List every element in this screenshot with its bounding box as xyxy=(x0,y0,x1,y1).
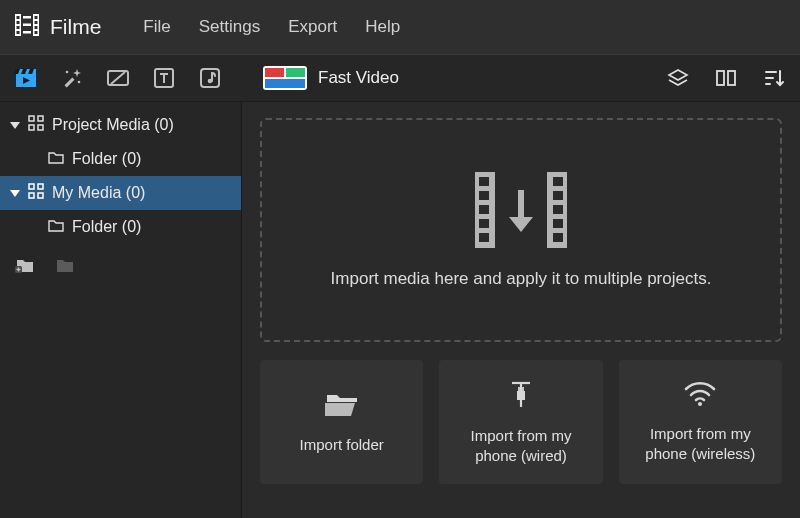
folder-icon xyxy=(48,218,64,236)
menu-settings[interactable]: Settings xyxy=(199,17,260,37)
card-label: Import from my phone (wired) xyxy=(451,426,590,465)
menu-export[interactable]: Export xyxy=(288,17,337,37)
fast-video-label: Fast Video xyxy=(318,68,399,88)
sidebar-item-my-media[interactable]: My Media (0) xyxy=(0,176,241,210)
svg-rect-33 xyxy=(265,79,305,88)
add-folder-button[interactable] xyxy=(14,256,36,276)
sidebar-tools xyxy=(0,244,241,288)
svg-rect-64 xyxy=(553,219,563,228)
svg-rect-56 xyxy=(479,177,489,186)
sidebar-item-project-media[interactable]: Project Media (0) xyxy=(0,108,241,142)
svg-marker-41 xyxy=(10,122,20,129)
dropzone-hint: Import media here and apply it to multip… xyxy=(331,269,712,289)
svg-rect-31 xyxy=(265,68,284,77)
effects-tab-button[interactable] xyxy=(58,64,86,92)
svg-line-24 xyxy=(111,72,125,84)
audio-tab-button[interactable] xyxy=(196,64,224,92)
svg-rect-59 xyxy=(479,219,489,228)
svg-rect-3 xyxy=(17,21,20,24)
import-cards: Import folder Import from my phone (wire… xyxy=(260,360,782,484)
svg-point-29 xyxy=(208,79,213,84)
layers-icon xyxy=(667,67,689,89)
svg-rect-28 xyxy=(201,69,219,87)
sort-icon xyxy=(763,67,785,89)
caret-down-icon xyxy=(10,116,20,134)
wifi-icon xyxy=(683,381,717,410)
app-brand: Filme xyxy=(14,12,101,43)
svg-marker-34 xyxy=(669,70,687,80)
folder-icon xyxy=(48,150,64,168)
svg-rect-49 xyxy=(29,193,34,198)
svg-rect-7 xyxy=(35,21,38,24)
svg-rect-6 xyxy=(35,16,38,19)
svg-rect-9 xyxy=(35,31,38,34)
grid-icon xyxy=(28,115,44,135)
svg-marker-20 xyxy=(73,69,81,77)
grid-icon xyxy=(28,183,44,203)
app-name: Filme xyxy=(50,15,101,39)
text-tab-button[interactable] xyxy=(150,64,178,92)
music-note-icon xyxy=(199,67,221,89)
svg-rect-63 xyxy=(553,205,563,214)
svg-rect-48 xyxy=(38,184,43,189)
sidebar-item-my-folder[interactable]: Folder (0) xyxy=(0,210,241,244)
transitions-icon xyxy=(107,67,129,89)
caret-down-icon xyxy=(10,184,20,202)
svg-rect-8 xyxy=(35,26,38,29)
titlebar: Filme File Settings Export Help xyxy=(0,0,800,54)
svg-rect-5 xyxy=(17,31,20,34)
svg-point-22 xyxy=(78,81,81,84)
filmstrip-download-icon xyxy=(475,172,567,251)
svg-rect-4 xyxy=(17,26,20,29)
menu-help[interactable]: Help xyxy=(365,17,400,37)
sidebar-item-label: Project Media (0) xyxy=(52,116,174,134)
media-tab-button[interactable] xyxy=(12,64,40,92)
transitions-tab-button[interactable] xyxy=(104,64,132,92)
sidebar-item-label: Folder (0) xyxy=(72,218,141,236)
fast-video-button[interactable]: Fast Video xyxy=(262,65,399,91)
menubar: File Settings Export Help xyxy=(143,17,400,37)
svg-rect-32 xyxy=(286,68,305,77)
sidebar: Project Media (0) Folder (0) My Media (0… xyxy=(0,102,242,518)
content-area: Project Media (0) Folder (0) My Media (0… xyxy=(0,102,800,518)
layers-button[interactable] xyxy=(664,64,692,92)
sidebar-item-label: Folder (0) xyxy=(72,150,141,168)
svg-rect-62 xyxy=(553,191,563,200)
svg-rect-10 xyxy=(23,16,31,19)
text-icon xyxy=(153,67,175,89)
folder-icon xyxy=(55,257,75,276)
card-label: Import folder xyxy=(300,435,384,455)
menu-file[interactable]: File xyxy=(143,17,170,37)
svg-rect-61 xyxy=(553,177,563,186)
fast-video-icon xyxy=(262,65,308,91)
clapper-play-icon xyxy=(14,66,38,90)
svg-rect-19 xyxy=(65,78,75,88)
import-dropzone[interactable]: Import media here and apply it to multip… xyxy=(260,118,782,342)
folder-open-icon xyxy=(325,390,359,421)
sort-button[interactable] xyxy=(760,64,788,92)
svg-rect-50 xyxy=(38,193,43,198)
folder-disabled-button xyxy=(54,256,76,276)
svg-point-21 xyxy=(66,71,69,74)
svg-rect-47 xyxy=(29,184,34,189)
svg-rect-60 xyxy=(479,233,489,242)
svg-rect-36 xyxy=(728,71,735,85)
svg-rect-43 xyxy=(38,116,43,121)
layout-icon xyxy=(715,67,737,89)
svg-rect-70 xyxy=(517,391,525,400)
main-panel: Import media here and apply it to multip… xyxy=(242,102,800,518)
svg-rect-2 xyxy=(17,16,20,19)
svg-marker-46 xyxy=(10,190,20,197)
svg-rect-65 xyxy=(553,233,563,242)
folder-plus-icon xyxy=(15,257,35,276)
app-logo-icon xyxy=(14,12,40,43)
svg-point-74 xyxy=(698,402,702,406)
import-phone-wireless-button[interactable]: Import from my phone (wireless) xyxy=(619,360,782,484)
sidebar-item-project-folder[interactable]: Folder (0) xyxy=(0,142,241,176)
import-folder-button[interactable]: Import folder xyxy=(260,360,423,484)
svg-rect-12 xyxy=(23,31,31,34)
import-phone-wired-button[interactable]: Import from my phone (wired) xyxy=(439,360,602,484)
svg-rect-57 xyxy=(479,191,489,200)
svg-rect-35 xyxy=(717,71,724,85)
layout-button[interactable] xyxy=(712,64,740,92)
